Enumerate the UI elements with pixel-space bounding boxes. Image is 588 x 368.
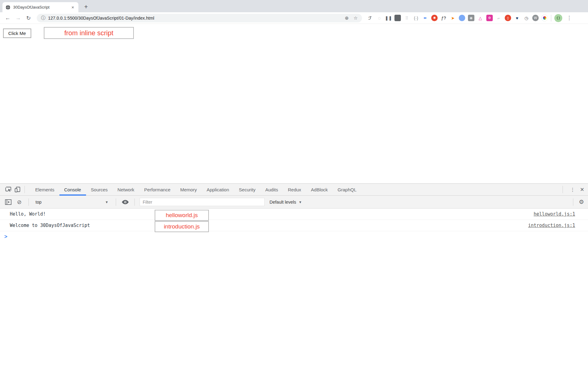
console-toolbar: ⊘ top ▼ Default levels ▼ ⚙ <box>0 196 588 209</box>
globe-sphere-icon[interactable] <box>459 15 465 21</box>
frame-context-select[interactable]: top ▼ <box>34 200 111 205</box>
page-content: Click Me from inline script <box>0 24 588 183</box>
tab-close-icon[interactable]: × <box>70 4 75 10</box>
source-link[interactable]: introduction.js:1 <box>528 223 575 228</box>
console-prompt-chevron-icon: > <box>4 234 7 240</box>
devtools-tab-network[interactable]: Network <box>113 184 139 196</box>
devtools-tab-adblock[interactable]: AdBlock <box>306 184 333 196</box>
log-levels-select[interactable]: Default levels ▼ <box>270 200 302 205</box>
forward-icon[interactable]: → <box>13 15 23 21</box>
gauge-icon[interactable]: ◷ <box>523 15 530 21</box>
chevron-down-icon: ▼ <box>299 200 302 204</box>
heart-search-icon[interactable]: ♥ <box>514 15 520 21</box>
live-expression-eye-icon[interactable] <box>121 198 130 206</box>
frame-context-value: top <box>36 200 41 205</box>
annotation-box: introduction.js <box>155 221 209 232</box>
stop-hand-icon[interactable]: ✱ <box>431 15 438 21</box>
console-message-row: Hello, World!helloworld.jshelloworld.js:… <box>0 209 588 220</box>
camera-icon[interactable]: ◉ <box>468 15 474 21</box>
zoom-icon[interactable]: ⊕ <box>345 15 349 21</box>
devtools-tab-console[interactable]: Console <box>59 184 86 196</box>
devtools-tab-security[interactable]: Security <box>234 184 260 196</box>
tab-title: 30DaysOfJavaScript <box>13 5 70 10</box>
rainbow-ring-icon[interactable] <box>541 15 548 21</box>
devtools-tabs: ElementsConsoleSourcesNetworkPerformance… <box>30 184 361 196</box>
eyedropper-icon[interactable]: ✒ <box>422 15 428 21</box>
device-toolbar-icon[interactable] <box>13 186 22 194</box>
red-badge-icon[interactable]: ▯ <box>505 15 511 21</box>
console-toolbar-separator <box>116 198 116 206</box>
annotation-box: helloworld.js <box>155 210 209 221</box>
page-info-icon[interactable]: ⓘ <box>41 15 45 21</box>
console-prompt-row[interactable]: > <box>0 231 588 242</box>
devtools-tab-memory[interactable]: Memory <box>175 184 202 196</box>
toolbar-separator <box>551 15 551 21</box>
w-circle-icon[interactable]: W <box>532 15 539 21</box>
console-settings-gear-icon[interactable]: ⚙ <box>579 198 584 205</box>
back-icon[interactable]: ← <box>3 15 12 21</box>
console-message-text: Hello, World! <box>10 211 46 217</box>
chevron-down-icon: ▼ <box>105 200 108 204</box>
refresh-icon[interactable]: ↻ <box>24 15 33 21</box>
url-text[interactable]: 127.0.0.1:5500/30DaysOfJavaScript/01-Day… <box>48 16 154 21</box>
devtools-tab-application[interactable]: Application <box>202 184 234 196</box>
console-message-text: Welcome to 30DaysOfJavaScript <box>10 223 90 228</box>
parens-icon[interactable]: (·) <box>413 15 419 21</box>
profile-avatar[interactable]: {} <box>554 14 562 22</box>
console-messages: Hello, World!helloworld.jshelloworld.js:… <box>0 209 588 231</box>
bookmark-star-icon[interactable]: ☆ <box>354 15 358 21</box>
bug-icon[interactable] <box>394 15 401 21</box>
inline-script-text: from inline script <box>44 27 134 39</box>
devtools-tab-audits[interactable]: Audits <box>260 184 283 196</box>
pink-gear-icon[interactable]: ⚙ <box>486 15 493 21</box>
dots-grid-icon[interactable]: ⠿ <box>404 15 410 21</box>
devtools-tab-performance[interactable]: Performance <box>139 184 175 196</box>
browser-menu-icon[interactable]: ⋮ <box>567 15 572 21</box>
font-question-icon[interactable]: ƒ? <box>440 15 447 21</box>
corner-blocks-icon[interactable]: ⌐ <box>496 15 502 21</box>
console-toolbar-separator <box>573 198 573 206</box>
pink-triangle-icon[interactable]: △ <box>477 15 484 21</box>
devtools-tab-redux[interactable]: Redux <box>283 184 306 196</box>
devtools-panel: ElementsConsoleSourcesNetworkPerformance… <box>0 183 588 242</box>
browser-toolbar: ← → ↻ ⓘ 127.0.0.1:5500/30DaysOfJavaScrip… <box>0 12 588 24</box>
columns-icon[interactable]: ❚❚ <box>385 15 392 21</box>
fontface-ninja-icon[interactable]: ℱ <box>367 15 373 21</box>
address-bar[interactable]: ⓘ 127.0.0.1:5500/30DaysOfJavaScript/01-D… <box>37 14 362 22</box>
devtools-separator <box>563 186 563 193</box>
inspect-element-icon[interactable] <box>4 186 13 194</box>
console-sidebar-icon[interactable] <box>4 198 13 206</box>
extension-icons: ℱ◌❚❚⠿(·)✒✱ƒ?➤◉△⚙⌐▯♥◷W <box>367 15 548 21</box>
megaphone-icon[interactable]: ➤ <box>450 15 456 21</box>
console-toolbar-separator <box>28 198 29 206</box>
clear-console-icon[interactable]: ⊘ <box>15 198 24 206</box>
devtools-tabbar: ElementsConsoleSourcesNetworkPerformance… <box>0 184 588 196</box>
console-message-row: Welcome to 30DaysOfJavaScriptintroductio… <box>0 220 588 231</box>
log-levels-value: Default levels <box>270 200 296 205</box>
tab-strip: 30DaysOfJavaScript × + <box>0 0 588 12</box>
new-tab-button[interactable]: + <box>81 2 91 11</box>
favicon-globe-icon <box>6 5 10 10</box>
click-me-button[interactable]: Click Me <box>3 29 31 38</box>
devtools-tab-graphql[interactable]: GraphQL <box>333 184 361 196</box>
dotted-circle-icon[interactable]: ◌ <box>376 15 383 21</box>
source-link[interactable]: helloworld.js:1 <box>534 211 575 217</box>
devtools-menu-icon[interactable]: ⋮ <box>570 187 575 193</box>
devtools-tab-elements[interactable]: Elements <box>30 184 59 196</box>
devtools-close-icon[interactable]: ✕ <box>580 186 584 193</box>
filter-input[interactable] <box>140 198 265 206</box>
devtools-tab-sources[interactable]: Sources <box>86 184 113 196</box>
console-toolbar-separator <box>134 198 135 206</box>
devtools-separator <box>24 186 25 193</box>
browser-tab[interactable]: 30DaysOfJavaScript × <box>2 2 78 12</box>
